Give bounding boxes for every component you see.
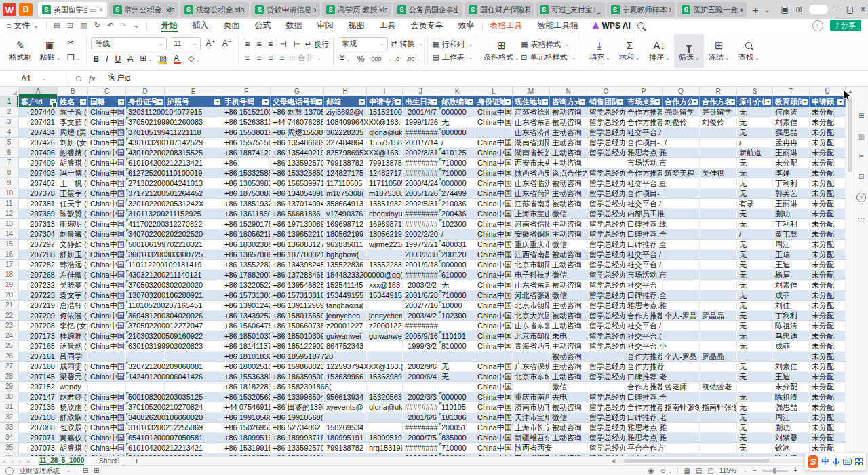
cell[interactable]: 留学总经办 <box>587 240 625 249</box>
cell[interactable] <box>700 229 737 239</box>
cell[interactable]: China中国 <box>475 301 513 310</box>
cell[interactable]: 冯一博 (男 <box>58 168 88 178</box>
cell[interactable]: +86 1372884680 <box>271 270 324 280</box>
cell[interactable]: 未分配 <box>810 311 846 320</box>
cell[interactable]: China中国 <box>88 280 126 290</box>
cell[interactable] <box>475 352 513 361</box>
cell[interactable]: 511302200208200025 <box>126 453 165 456</box>
percent-button[interactable]: % <box>355 54 367 64</box>
cell[interactable]: 山东省菏泽 <box>513 189 550 198</box>
sheet-tab[interactable]: Sheet1 <box>91 457 129 465</box>
column-header-R[interactable]: R <box>700 87 737 96</box>
cell[interactable] <box>663 413 700 422</box>
cell[interactable]: +86 1339985047 <box>271 392 324 402</box>
cell[interactable]: China中国 <box>475 138 513 147</box>
cell[interactable]: 207165 <box>19 341 58 351</box>
cell[interactable]: 110105 <box>439 402 475 412</box>
cell[interactable] <box>663 372 700 381</box>
row-number[interactable]: 10 <box>0 189 19 198</box>
cell[interactable]: 胡睿琪 (女 <box>58 158 88 168</box>
cell[interactable]: 合作方推荐 <box>625 352 663 361</box>
cell[interactable]: 留学总经办 <box>587 331 625 341</box>
cell[interactable]: +86 13439252 <box>222 311 271 320</box>
cell[interactable]: 207409 <box>19 158 58 168</box>
cell[interactable]: 962835011 <box>324 240 367 249</box>
cell[interactable]: 主动咨询 <box>550 260 587 269</box>
cell[interactable]: 274499 <box>439 189 475 198</box>
cell[interactable] <box>700 199 737 208</box>
cell[interactable]: China中国 <box>88 392 126 402</box>
cell[interactable]: 32010220020531242X <box>126 199 165 208</box>
cell[interactable] <box>663 260 700 269</box>
row-number[interactable]: 16 <box>0 250 19 259</box>
cell[interactable]: 207313 <box>19 219 58 229</box>
cell[interactable]: ######## <box>403 209 439 218</box>
cell[interactable]: 被动咨询 <box>550 352 587 361</box>
cell[interactable]: 蒯玏 <box>773 209 810 218</box>
cell[interactable]: +86 18302388 <box>222 240 271 249</box>
sheet-tab-active[interactable]: 11_28_5_1000 <box>33 457 91 466</box>
header-cell[interactable]: 申请专用 <box>367 96 403 107</box>
cell[interactable]: +86 15263810 <box>222 117 271 127</box>
cell[interactable]: +86 1573130169 <box>271 290 324 300</box>
cell[interactable]: 指南针张冬 <box>663 402 700 412</box>
cell[interactable]: 500106199702210321 <box>126 240 165 249</box>
cell[interactable]: ######## <box>403 321 439 330</box>
cell[interactable]: 124827175 <box>324 168 367 178</box>
header-cell[interactable]: 合作方公 <box>663 96 700 107</box>
cell[interactable] <box>663 280 700 290</box>
filter-dropdown-button[interactable] <box>431 99 437 105</box>
cell[interactable]: 留学总经办 <box>587 117 625 127</box>
cell[interactable]: 2001/9/18 <box>403 260 439 269</box>
close-button[interactable]: × <box>861 5 865 14</box>
cell[interactable]: chenxinyur <box>367 209 403 218</box>
cell[interactable]: +86 1391129694 <box>271 301 324 310</box>
cell[interactable] <box>439 382 475 392</box>
thousands-button[interactable]: 000 <box>369 54 383 64</box>
cell[interactable]: 无 <box>737 433 773 442</box>
cell[interactable] <box>663 219 700 229</box>
side-tool-icon[interactable]: ⊞ <box>858 111 864 119</box>
cell[interactable]: tanghaoxu( <box>324 301 367 310</box>
status-tool-icon[interactable]: ⊟ <box>83 467 88 474</box>
cell[interactable]: China中国 <box>475 433 513 442</box>
cell[interactable]: 江西省南昌 <box>513 250 550 259</box>
cell[interactable]: 电子科技大 <box>513 270 550 280</box>
document-tab[interactable]: S可过_支付宝+_滴... <box>536 2 605 17</box>
cell[interactable]: 合作方推荐 <box>625 168 663 178</box>
cell[interactable]: 合作方推荐 <box>625 117 663 127</box>
cell[interactable] <box>663 128 700 137</box>
cell[interactable]: China中国 <box>88 341 126 351</box>
cell[interactable]: guiwanwei <box>324 331 367 341</box>
cell[interactable]: +86 13901242 <box>222 301 271 310</box>
cell[interactable]: 207108 <box>19 413 58 422</box>
cell[interactable] <box>663 290 700 300</box>
cell[interactable]: xxx@163.c( <box>367 280 403 290</box>
cell[interactable]: China中国 <box>88 117 126 127</box>
cell[interactable]: 2001/4/7 <box>403 107 439 117</box>
menu-item[interactable]: 开始 <box>154 19 185 32</box>
cell[interactable]: 138519326 <box>367 199 403 208</box>
filter-dropdown-button[interactable] <box>118 99 124 105</box>
cell[interactable]: 任天宇 (女 <box>58 199 88 208</box>
scroll-left-icon[interactable]: ◀ <box>609 458 617 464</box>
cell[interactable]: 王丽淋 <box>773 199 810 208</box>
cell[interactable]: 122593794XXX@163.( <box>324 362 367 371</box>
cell[interactable]: China中国 <box>475 362 513 371</box>
cell[interactable]: 无 <box>737 209 773 218</box>
cell[interactable]: 370503200302020020 <box>126 280 165 290</box>
row-number[interactable]: 13 <box>0 219 19 229</box>
cell[interactable]: 市场活动,市 <box>625 270 663 280</box>
cell[interactable]: 117110505 <box>367 178 403 188</box>
fill-handle[interactable] <box>52 102 57 107</box>
cell[interactable]: +86 18753080 <box>222 189 271 198</box>
cell[interactable]: 口碑推荐,全 <box>625 240 663 249</box>
cell[interactable]: 207403 <box>19 168 58 178</box>
cell[interactable] <box>700 240 737 249</box>
header-cell[interactable]: 合作方名 <box>700 96 737 107</box>
cell[interactable]: 无 <box>737 362 773 371</box>
cell[interactable]: China中国 <box>88 240 126 249</box>
cell[interactable]: 169698712 <box>367 219 403 229</box>
cell[interactable]: 799138782 <box>324 443 367 453</box>
cell[interactable]: 未分配 <box>810 413 846 422</box>
